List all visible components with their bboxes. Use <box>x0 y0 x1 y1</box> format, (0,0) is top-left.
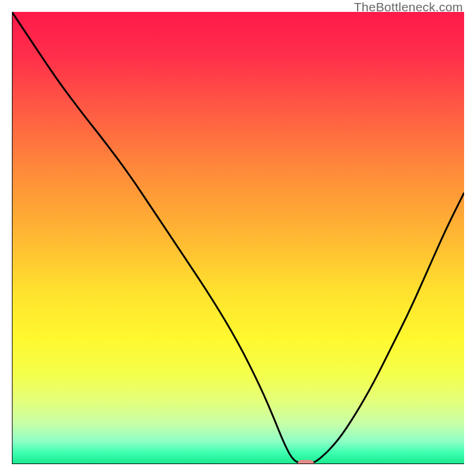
plot-area <box>12 12 464 464</box>
optimal-point-marker <box>298 460 314 464</box>
chart-svg <box>12 12 464 464</box>
chart-background <box>12 12 464 464</box>
chart-container: TheBottleneck.com <box>0 0 476 476</box>
